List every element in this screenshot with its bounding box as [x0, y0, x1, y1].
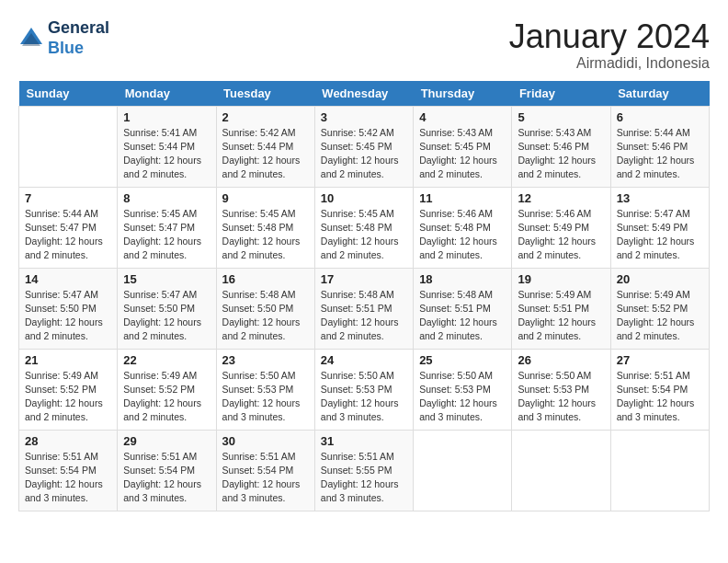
- day-number: 22: [123, 353, 210, 367]
- calendar-cell: 9Sunrise: 5:45 AMSunset: 5:48 PMDaylight…: [216, 187, 314, 268]
- day-number: 14: [25, 272, 111, 286]
- logo-icon: [18, 26, 44, 52]
- title-block: January 2024 Airmadidi, Indonesia: [509, 18, 710, 72]
- calendar-cell: 17Sunrise: 5:48 AMSunset: 5:51 PMDayligh…: [314, 268, 413, 349]
- day-info: Sunrise: 5:42 AMSunset: 5:45 PMDaylight:…: [321, 126, 407, 182]
- day-number: 17: [321, 272, 407, 286]
- day-info: Sunrise: 5:51 AMSunset: 5:54 PMDaylight:…: [25, 450, 111, 506]
- calendar-week-row: 28Sunrise: 5:51 AMSunset: 5:54 PMDayligh…: [19, 430, 710, 511]
- day-number: 31: [321, 434, 407, 448]
- page-header: General Blue January 2024 Airmadidi, Ind…: [18, 18, 710, 72]
- day-info: Sunrise: 5:51 AMSunset: 5:55 PMDaylight:…: [321, 450, 407, 506]
- calendar-week-row: 14Sunrise: 5:47 AMSunset: 5:50 PMDayligh…: [19, 268, 710, 349]
- calendar-body: 1Sunrise: 5:41 AMSunset: 5:44 PMDaylight…: [19, 106, 710, 511]
- day-number: 11: [419, 191, 506, 205]
- calendar-cell: 5Sunrise: 5:43 AMSunset: 5:46 PMDaylight…: [512, 106, 610, 187]
- day-number: 1: [123, 110, 210, 124]
- calendar-cell: 13Sunrise: 5:47 AMSunset: 5:49 PMDayligh…: [610, 187, 709, 268]
- calendar-cell: 6Sunrise: 5:44 AMSunset: 5:46 PMDaylight…: [610, 106, 709, 187]
- calendar-cell: 4Sunrise: 5:43 AMSunset: 5:45 PMDaylight…: [414, 106, 512, 187]
- calendar-week-row: 21Sunrise: 5:49 AMSunset: 5:52 PMDayligh…: [19, 349, 710, 430]
- day-number: 24: [321, 353, 407, 367]
- calendar-cell: 31Sunrise: 5:51 AMSunset: 5:55 PMDayligh…: [314, 430, 413, 511]
- day-number: 2: [222, 110, 309, 124]
- day-number: 4: [419, 110, 506, 124]
- day-number: 20: [617, 272, 703, 286]
- weekday-header-cell: Friday: [512, 81, 610, 107]
- calendar-cell: 29Sunrise: 5:51 AMSunset: 5:54 PMDayligh…: [118, 430, 216, 511]
- day-number: 19: [518, 272, 604, 286]
- weekday-header-cell: Monday: [118, 81, 216, 107]
- calendar-cell: 20Sunrise: 5:49 AMSunset: 5:52 PMDayligh…: [610, 268, 709, 349]
- day-info: Sunrise: 5:41 AMSunset: 5:44 PMDaylight:…: [123, 126, 210, 182]
- day-info: Sunrise: 5:47 AMSunset: 5:49 PMDaylight:…: [617, 207, 703, 263]
- day-number: 5: [518, 110, 604, 124]
- day-info: Sunrise: 5:45 AMSunset: 5:47 PMDaylight:…: [123, 207, 210, 263]
- day-info: Sunrise: 5:48 AMSunset: 5:50 PMDaylight:…: [222, 288, 309, 344]
- day-number: 3: [321, 110, 407, 124]
- day-number: 7: [25, 191, 111, 205]
- calendar-cell: 25Sunrise: 5:50 AMSunset: 5:53 PMDayligh…: [414, 349, 512, 430]
- day-info: Sunrise: 5:43 AMSunset: 5:46 PMDaylight:…: [518, 126, 604, 182]
- weekday-header-cell: Saturday: [610, 81, 709, 107]
- day-info: Sunrise: 5:51 AMSunset: 5:54 PMDaylight:…: [123, 450, 210, 506]
- day-info: Sunrise: 5:49 AMSunset: 5:52 PMDaylight:…: [123, 369, 210, 425]
- day-info: Sunrise: 5:50 AMSunset: 5:53 PMDaylight:…: [419, 369, 506, 425]
- calendar-cell: [512, 430, 610, 511]
- day-info: Sunrise: 5:47 AMSunset: 5:50 PMDaylight:…: [25, 288, 111, 344]
- day-number: 16: [222, 272, 309, 286]
- day-info: Sunrise: 5:48 AMSunset: 5:51 PMDaylight:…: [321, 288, 407, 344]
- day-info: Sunrise: 5:46 AMSunset: 5:49 PMDaylight:…: [518, 207, 604, 263]
- calendar-cell: 2Sunrise: 5:42 AMSunset: 5:44 PMDaylight…: [216, 106, 314, 187]
- calendar-cell: [414, 430, 512, 511]
- calendar-cell: 3Sunrise: 5:42 AMSunset: 5:45 PMDaylight…: [314, 106, 413, 187]
- day-info: Sunrise: 5:51 AMSunset: 5:54 PMDaylight:…: [222, 450, 309, 506]
- day-info: Sunrise: 5:50 AMSunset: 5:53 PMDaylight:…: [321, 369, 407, 425]
- weekday-header-cell: Wednesday: [314, 81, 413, 107]
- calendar-cell: 12Sunrise: 5:46 AMSunset: 5:49 PMDayligh…: [512, 187, 610, 268]
- day-number: 18: [419, 272, 506, 286]
- day-info: Sunrise: 5:46 AMSunset: 5:48 PMDaylight:…: [419, 207, 506, 263]
- day-info: Sunrise: 5:45 AMSunset: 5:48 PMDaylight:…: [321, 207, 407, 263]
- day-number: 27: [617, 353, 703, 367]
- day-info: Sunrise: 5:50 AMSunset: 5:53 PMDaylight:…: [518, 369, 604, 425]
- calendar-week-row: 7Sunrise: 5:44 AMSunset: 5:47 PMDaylight…: [19, 187, 710, 268]
- day-number: 9: [222, 191, 309, 205]
- calendar-cell: 7Sunrise: 5:44 AMSunset: 5:47 PMDaylight…: [19, 187, 118, 268]
- day-info: Sunrise: 5:48 AMSunset: 5:51 PMDaylight:…: [419, 288, 506, 344]
- day-number: 10: [321, 191, 407, 205]
- location-title: Airmadidi, Indonesia: [509, 55, 710, 72]
- calendar-table: SundayMondayTuesdayWednesdayThursdayFrid…: [18, 81, 710, 511]
- weekday-header-cell: Tuesday: [216, 81, 314, 107]
- calendar-cell: 21Sunrise: 5:49 AMSunset: 5:52 PMDayligh…: [19, 349, 118, 430]
- logo-text: General Blue: [48, 18, 109, 58]
- calendar-cell: 22Sunrise: 5:49 AMSunset: 5:52 PMDayligh…: [118, 349, 216, 430]
- calendar-cell: 10Sunrise: 5:45 AMSunset: 5:48 PMDayligh…: [314, 187, 413, 268]
- calendar-cell: 15Sunrise: 5:47 AMSunset: 5:50 PMDayligh…: [118, 268, 216, 349]
- calendar-cell: 18Sunrise: 5:48 AMSunset: 5:51 PMDayligh…: [414, 268, 512, 349]
- logo: General Blue: [18, 18, 109, 58]
- day-info: Sunrise: 5:43 AMSunset: 5:45 PMDaylight:…: [419, 126, 506, 182]
- calendar-cell: 16Sunrise: 5:48 AMSunset: 5:50 PMDayligh…: [216, 268, 314, 349]
- month-title: January 2024: [509, 18, 710, 55]
- calendar-cell: 1Sunrise: 5:41 AMSunset: 5:44 PMDaylight…: [118, 106, 216, 187]
- day-number: 8: [123, 191, 210, 205]
- calendar-cell: 28Sunrise: 5:51 AMSunset: 5:54 PMDayligh…: [19, 430, 118, 511]
- day-info: Sunrise: 5:49 AMSunset: 5:52 PMDaylight:…: [617, 288, 703, 344]
- day-number: 6: [617, 110, 703, 124]
- day-number: 29: [123, 434, 210, 448]
- calendar-cell: 27Sunrise: 5:51 AMSunset: 5:54 PMDayligh…: [610, 349, 709, 430]
- calendar-cell: 23Sunrise: 5:50 AMSunset: 5:53 PMDayligh…: [216, 349, 314, 430]
- day-number: 28: [25, 434, 111, 448]
- calendar-week-row: 1Sunrise: 5:41 AMSunset: 5:44 PMDaylight…: [19, 106, 710, 187]
- calendar-cell: [610, 430, 709, 511]
- day-info: Sunrise: 5:44 AMSunset: 5:47 PMDaylight:…: [25, 207, 111, 263]
- day-number: 30: [222, 434, 309, 448]
- calendar-cell: 19Sunrise: 5:49 AMSunset: 5:51 PMDayligh…: [512, 268, 610, 349]
- calendar-cell: 24Sunrise: 5:50 AMSunset: 5:53 PMDayligh…: [314, 349, 413, 430]
- day-number: 12: [518, 191, 604, 205]
- weekday-header-cell: Thursday: [414, 81, 512, 107]
- day-info: Sunrise: 5:45 AMSunset: 5:48 PMDaylight:…: [222, 207, 309, 263]
- day-info: Sunrise: 5:47 AMSunset: 5:50 PMDaylight:…: [123, 288, 210, 344]
- calendar-cell: 14Sunrise: 5:47 AMSunset: 5:50 PMDayligh…: [19, 268, 118, 349]
